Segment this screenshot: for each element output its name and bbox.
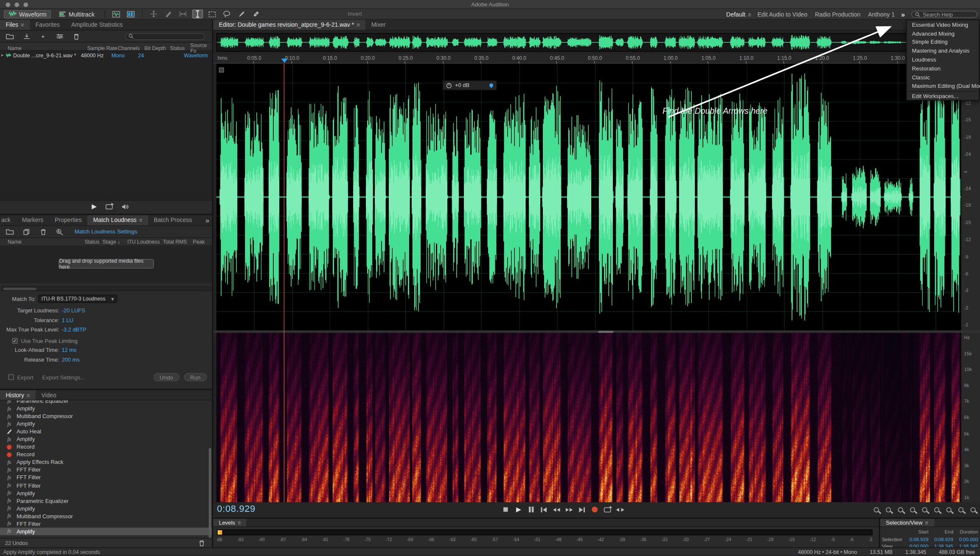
zoom-out-point-button[interactable] <box>933 506 942 514</box>
column-header[interactable]: Peak <box>193 239 212 244</box>
workspace-menu-item[interactable]: Classic <box>907 73 979 82</box>
workspace-menu-item[interactable]: Loudness <box>907 56 979 65</box>
column-header[interactable]: Channels <box>118 45 144 51</box>
marquee-selection-tool[interactable] <box>207 9 217 18</box>
undo-button[interactable]: Undo <box>153 373 180 381</box>
field-value[interactable]: -3.2 dBTP <box>62 326 86 333</box>
slip-tool[interactable] <box>177 9 188 18</box>
workspace-menu-item[interactable]: Maximum Editing (Dual Monitor) <box>907 82 979 91</box>
fast-forward[interactable] <box>564 505 574 514</box>
tab-files[interactable]: Files≡ <box>0 20 30 30</box>
editor-corner-icon[interactable] <box>219 67 224 73</box>
timeline-ruler[interactable]: hms 0:05.00:10.00:15.00:20.00:25.00:30.0… <box>213 53 961 64</box>
invert-button[interactable]: Invert <box>348 11 362 17</box>
workspace-menu-item[interactable]: Advanced Mixing <box>907 29 979 38</box>
file-row[interactable]: ▸ Double ...cre_9-6-21.wav * 48000 Hz Mo… <box>0 51 212 59</box>
tab-mixer[interactable]: Mixer <box>365 20 391 30</box>
field-value[interactable]: 200 ms <box>62 356 79 362</box>
true-peak-checkbox[interactable]: ✓ <box>12 338 17 343</box>
export-settings-button[interactable]: Export Settings... <box>42 374 85 380</box>
history-row[interactable]: FFT Filter <box>0 520 212 528</box>
search-help-input[interactable] <box>923 11 974 17</box>
column-header[interactable]: Stage ↓ <box>102 239 127 244</box>
close-button[interactable] <box>6 3 10 7</box>
panel-menu-icon[interactable]: ≡ <box>27 392 30 398</box>
skip-to-start[interactable] <box>539 505 548 514</box>
drop-files-hint[interactable]: Drag and drop supported media files here <box>59 259 154 268</box>
waveform-canvas[interactable] <box>216 64 961 330</box>
tab-favorites[interactable]: Favorites <box>30 20 65 30</box>
panel-menu-icon[interactable]: ≡ <box>238 519 241 526</box>
zoom-out-button[interactable] <box>885 506 893 514</box>
import-file-button[interactable] <box>21 32 31 41</box>
match-scrollbar[interactable] <box>1 286 211 291</box>
amplitude-ruler[interactable]: -6-9-12-15-18-24∞-24-18-15-12-9-6-3-2-1 <box>961 64 980 330</box>
gain-hud[interactable]: +0 dB <box>442 80 497 90</box>
workspace-menu-item[interactable]: Essential Video Mixing <box>907 20 979 29</box>
paintbrush-selection-tool[interactable] <box>236 9 247 18</box>
view-end[interactable]: 1:38.345 <box>929 544 953 548</box>
history-row[interactable]: FFT Filter <box>0 481 212 489</box>
field-value[interactable]: -20 LUFS <box>62 307 85 314</box>
selection-duration[interactable]: 0:00.000 <box>953 536 978 542</box>
history-row[interactable]: Record <box>0 443 212 451</box>
preview-play-button[interactable] <box>89 202 98 211</box>
pause[interactable] <box>526 505 536 514</box>
panel-menu-icon[interactable]: ≡ <box>21 22 24 28</box>
level-meter[interactable] <box>217 530 872 535</box>
tab-markers[interactable]: Markers <box>16 215 49 225</box>
multitrack-view-button[interactable]: Multitrack <box>55 10 98 18</box>
clear-history-button[interactable] <box>196 539 207 548</box>
history-row[interactable]: Amplify <box>0 435 212 443</box>
workspace-menu-item[interactable]: Restoration <box>907 64 979 73</box>
amplitude-zoom-in-button[interactable] <box>897 506 906 514</box>
workspace-menu-item[interactable]: Edit Workspaces... <box>907 91 979 100</box>
gain-value[interactable]: +0 dB <box>455 82 469 88</box>
column-header[interactable]: Sample Rate <box>87 45 118 51</box>
field-value[interactable]: 1 LU <box>62 317 73 323</box>
pin-icon[interactable] <box>489 83 494 88</box>
column-header[interactable]: ITU Loudness <box>127 239 163 244</box>
razor-tool[interactable] <box>163 9 173 18</box>
history-row[interactable]: Parametric Equalizer <box>0 400 212 405</box>
match-file-list[interactable]: Drag and drop supported media files here <box>0 246 212 283</box>
filter-settings-button[interactable] <box>54 32 65 41</box>
workspace-switcher[interactable]: Default ≡ <box>726 11 751 17</box>
match-loudness-settings-toggle[interactable]: Match Loudness Settings <box>74 228 137 235</box>
workspace-shortcut[interactable]: Radio Production <box>815 11 860 17</box>
workspace-shortcut[interactable]: Anthony 1 <box>868 11 895 17</box>
files-empty-area[interactable] <box>0 59 212 199</box>
files-search-box[interactable] <box>125 33 205 39</box>
column-header[interactable]: Name <box>8 45 87 51</box>
search-help-box[interactable] <box>911 11 977 18</box>
history-row[interactable]: Amplify <box>0 405 212 413</box>
history-list[interactable]: Parametric Equalizer Amplify Multiband C… <box>0 400 212 538</box>
history-row[interactable]: Record <box>0 451 212 458</box>
scan-loudness-button[interactable] <box>54 227 65 236</box>
history-row[interactable]: Parametric Equalizer <box>0 497 212 505</box>
remove-button[interactable] <box>37 227 48 236</box>
history-row[interactable]: Amplify <box>0 489 212 497</box>
column-header[interactable]: Status <box>84 239 102 244</box>
history-row[interactable]: Amplify <box>0 505 212 512</box>
view-duration[interactable]: 1:38.345 <box>953 544 978 548</box>
stop[interactable] <box>501 505 510 514</box>
workspace-menu-item[interactable]: Simple Editing <box>907 38 979 47</box>
tab-video[interactable]: Video <box>36 390 62 399</box>
splitter-grabber[interactable] <box>598 331 613 332</box>
open-file-button[interactable] <box>4 32 15 41</box>
minimize-button[interactable] <box>14 3 19 7</box>
history-row[interactable]: Multiband Compressor <box>0 413 212 420</box>
play[interactable] <box>514 505 523 514</box>
panel-menu-icon[interactable]: ≡ <box>139 217 142 223</box>
tab-batch-process[interactable]: Batch Process <box>148 215 198 225</box>
workspace-menu-item[interactable]: Mastering and Analysis <box>907 47 979 56</box>
zoom-selection-button[interactable] <box>945 506 954 514</box>
tab-match-loudness[interactable]: Match Loudness≡ <box>87 215 148 225</box>
panel-overflow-chevron[interactable]: » <box>901 11 905 18</box>
match-column-headers[interactable]: NameStatusStage ↓ITU LoudnessTotal RMSPe… <box>0 237 212 246</box>
frequency-ruler[interactable]: Hz15k10k8k7k6k5k4k3k2k1k <box>961 333 980 502</box>
files-list[interactable]: ▸ Double ...cre_9-6-21.wav * 48000 Hz Mo… <box>0 51 212 200</box>
lasso-selection-tool[interactable] <box>221 9 232 18</box>
column-header[interactable]: Bit Depth <box>144 45 170 51</box>
